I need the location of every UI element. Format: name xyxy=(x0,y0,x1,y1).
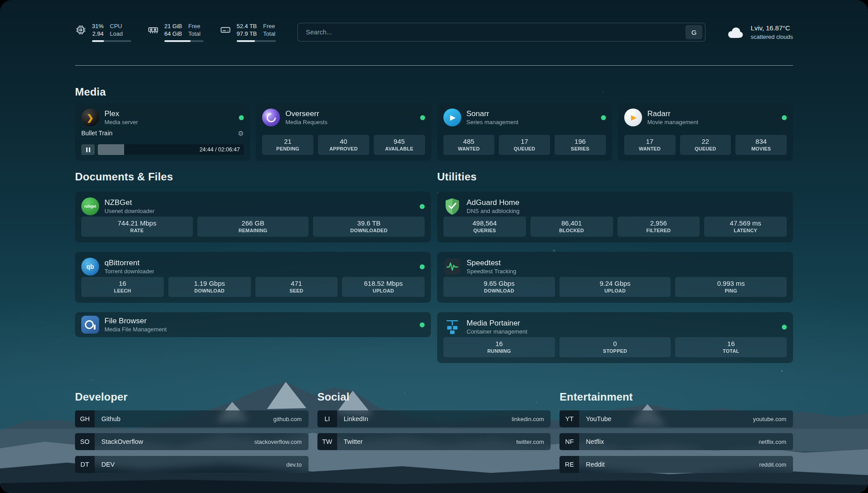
bookmark-url: linkedin.com xyxy=(512,416,544,422)
stat-box: 86,401BLOCKED xyxy=(530,217,613,237)
disk-progress-fill xyxy=(237,40,255,42)
stat-box: 16TOTAL xyxy=(675,337,787,357)
adguard-shield-icon xyxy=(443,197,461,215)
bookmark-dev[interactable]: DT DEV dev.to xyxy=(75,456,309,473)
search-engine-button[interactable]: G xyxy=(685,25,702,39)
stat-box: 16RUNNING xyxy=(443,337,555,357)
app-subtitle: Container management xyxy=(467,328,527,335)
section-title-media: Media xyxy=(75,85,793,99)
section-title-entertainment: Entertainment xyxy=(559,390,793,404)
app-name: qBittorrent xyxy=(104,259,154,267)
disk-widget: 52.4 TB 97.9 TB Free Total xyxy=(220,22,276,42)
bookmark-github[interactable]: GH Github github.com xyxy=(75,410,309,427)
bookmark-linkedin[interactable]: LI LinkedIn linkedin.com xyxy=(317,410,551,427)
overseerr-card[interactable]: Overseerr Media Requests 21PENDING 40APP… xyxy=(256,103,431,161)
app-name: File Browser xyxy=(104,317,167,326)
section-utilities: Utilities AdGuard Home DNS and adblock xyxy=(437,170,793,363)
stat-box: 0STOPPED xyxy=(559,337,671,357)
disk-free-label: Free xyxy=(263,22,275,30)
adguard-card[interactable]: AdGuard Home DNS and adblocking 498,564Q… xyxy=(437,192,793,242)
cpu-load-label: Load xyxy=(110,30,123,38)
portainer-card[interactable]: Media Portainer Container management 16R… xyxy=(437,312,793,363)
radarr-card[interactable]: Radarr Movie management 17WANTED 22QUEUE… xyxy=(618,103,793,161)
stat-box: 196SERIES xyxy=(555,135,606,155)
bookmark-stackoverflow[interactable]: SO StackOverflow stackoverflow.com xyxy=(75,433,309,450)
gear-icon[interactable]: ⚙ xyxy=(238,130,244,137)
bookmark-netflix[interactable]: NF Netflix netflix.com xyxy=(559,433,793,450)
pause-button[interactable] xyxy=(81,144,95,155)
disk-icon xyxy=(220,24,231,36)
app-subtitle: Series management xyxy=(467,119,518,126)
stat-box: 1.19 GbpsDOWNLOAD xyxy=(168,277,251,297)
filebrowser-card[interactable]: File Browser Media File Management xyxy=(75,312,431,337)
stat-box: 945AVAILABLE xyxy=(374,135,425,155)
app-name: Speedtest xyxy=(467,259,516,267)
stat-box: 47.569 msLATENCY xyxy=(704,217,787,237)
section-media: Media Plex Media server Bullet Train ⚙ xyxy=(75,85,793,161)
stat-box: 21PENDING xyxy=(262,135,313,155)
qbittorrent-icon xyxy=(81,258,99,276)
status-dot xyxy=(420,264,425,269)
plex-icon xyxy=(81,109,99,126)
app-name: AdGuard Home xyxy=(467,198,520,207)
app-name: Media Portainer xyxy=(467,319,527,328)
nzbget-card[interactable]: NZBGet Usenet downloader 744.21 MbpsRATE… xyxy=(75,192,431,242)
bookmark-reddit[interactable]: RE Reddit reddit.com xyxy=(559,456,793,473)
bookmark-abbr: GH xyxy=(75,410,95,427)
bookmark-url: twitter.com xyxy=(516,439,544,445)
app-subtitle: Usenet downloader xyxy=(104,208,154,215)
stat-box: 16LEECH xyxy=(81,277,164,297)
status-dot xyxy=(239,115,244,120)
bookmark-name: DEV xyxy=(101,461,115,468)
app-name: Plex xyxy=(104,109,138,118)
app-name: Radarr xyxy=(647,109,698,118)
sonarr-icon xyxy=(443,109,461,126)
stat-box: 834MOVIES xyxy=(735,135,787,155)
ram-progress-fill xyxy=(164,40,191,42)
ram-free-value: 21 GiB xyxy=(164,22,182,30)
stat-box: 17WANTED xyxy=(624,135,676,155)
top-bar: 31% 2.94 CPU Load xyxy=(75,18,793,46)
status-dot xyxy=(601,115,606,120)
app-subtitle: Media File Management xyxy=(104,326,167,333)
snow-specks xyxy=(0,0,1,1)
app-subtitle: Speedtest Tracking xyxy=(467,268,516,275)
bookmark-abbr: RE xyxy=(559,456,579,473)
bookmark-name: Netflix xyxy=(586,438,604,445)
dashboard: 31% 2.94 CPU Load xyxy=(0,0,868,493)
stat-box: 17QUEUED xyxy=(499,135,550,155)
app-name: Overseerr xyxy=(285,109,327,118)
stat-box: 266 GBREMAINING xyxy=(197,217,309,237)
cpu-widget: 31% 2.94 CPU Load xyxy=(75,22,131,42)
bookmark-abbr: LI xyxy=(317,410,337,427)
plex-progress-fill xyxy=(98,144,124,155)
ram-icon xyxy=(147,24,159,36)
cpu-load-value: 2.94 xyxy=(92,30,104,38)
bookmark-abbr: SO xyxy=(75,433,95,450)
stat-box: 0.993 msPING xyxy=(675,277,787,297)
stat-box: 618.52 MbpsUPLOAD xyxy=(342,277,425,297)
disk-total-label: Total xyxy=(263,30,275,38)
status-dot xyxy=(782,325,787,330)
status-dot xyxy=(782,115,787,120)
sonarr-card[interactable]: Sonarr Series management 485WANTED 17QUE… xyxy=(437,103,612,161)
bookmark-youtube[interactable]: YT YouTube youtube.com xyxy=(559,410,793,427)
app-name: NZBGet xyxy=(104,198,154,207)
bookmark-name: LinkedIn xyxy=(344,415,368,422)
cloud-icon xyxy=(726,25,745,39)
qbittorrent-card[interactable]: qBittorrent Torrent downloader 16LEECH 1… xyxy=(75,252,431,303)
bookmark-twitter[interactable]: TW Twitter twitter.com xyxy=(317,433,551,450)
section-entertainment: Entertainment YT YouTube youtube.com NF … xyxy=(559,390,793,473)
search-bar: G xyxy=(297,23,705,42)
stat-box: 39.6 TBDOWNLOADED xyxy=(313,217,425,237)
ram-free-label: Free xyxy=(188,22,200,30)
stat-box: 40APPROVED xyxy=(318,135,369,155)
plex-seek-bar[interactable]: 24:44 / 02:06:47 xyxy=(98,144,244,155)
search-input[interactable] xyxy=(305,28,685,36)
speedtest-card[interactable]: Speedtest Speedtest Tracking 9.65 GbpsDO… xyxy=(437,252,793,303)
stat-box: 22QUEUED xyxy=(680,135,731,155)
topbar-divider xyxy=(75,65,793,66)
plex-card[interactable]: Plex Media server Bullet Train ⚙ 24:4 xyxy=(75,103,250,161)
section-social: Social LI LinkedIn linkedin.com TW Twitt… xyxy=(317,390,551,473)
stat-box: 485WANTED xyxy=(443,135,495,155)
